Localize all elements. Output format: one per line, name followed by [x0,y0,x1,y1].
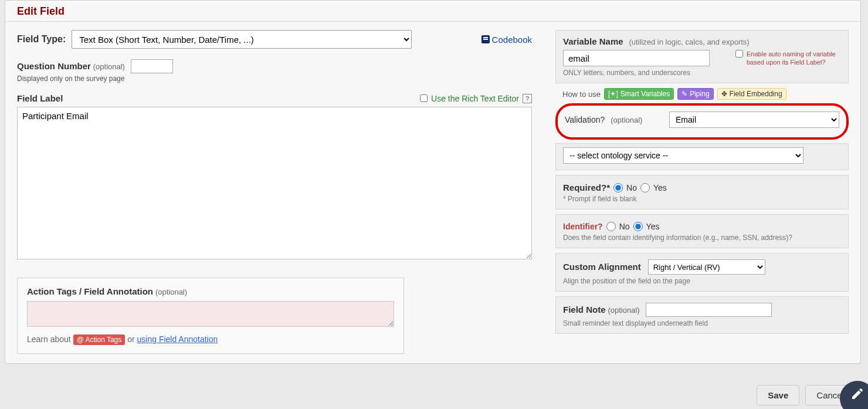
variable-name-title: Variable Name [563,36,623,46]
save-button[interactable]: Save [757,385,799,405]
identifier-yes-label: Yes [646,222,660,231]
validation-optional: (optional) [611,116,642,124]
field-note-panel: Field Note (optional) Small reminder tex… [555,296,849,334]
field-note-title: Field Note [563,305,606,315]
annotation-title: Action Tags / Field Annotation [27,286,153,296]
edit-field-dialog: Edit Field Field Type: Text Box (Short T… [5,0,861,364]
identifier-panel: Identifier? No Yes Does the field contai… [555,214,849,248]
required-title: Required?* [563,182,610,192]
validation-highlight: Validation? (optional) Email [555,103,849,140]
annotation-panel: Action Tags / Field Annotation (optional… [17,278,404,354]
required-yes-label: Yes [653,183,667,192]
alignment-select[interactable]: Right / Vertical (RV) [648,259,765,275]
rte-link[interactable]: Use the Rich Text Editor [431,94,519,103]
book-icon [482,35,490,43]
question-number-label: Question Number [17,61,91,71]
question-number-input[interactable] [131,59,173,73]
smart-variables-pill[interactable]: [✦] Smart Variables [604,88,674,100]
question-number-optional: (optional) [93,62,125,71]
ontology-select[interactable]: -- select ontology service -- [563,147,803,164]
field-note-input[interactable] [646,303,772,317]
field-note-hint: Small reminder text displayed underneath… [563,319,841,327]
required-no-radio[interactable] [613,183,623,192]
identifier-no-label: No [619,222,630,231]
annotation-optional: (optional) [155,288,187,296]
alignment-title: Custom Alignment [563,262,641,272]
field-type-select[interactable]: Text Box (Short Text, Number, Date/Time,… [72,30,412,49]
help-icon[interactable]: ? [523,94,532,103]
dialog-title: Edit Field [17,5,849,18]
auto-naming-text: Enable auto naming of variable based upo… [747,50,841,67]
identifier-no-radio[interactable] [606,222,616,231]
required-no-label: No [626,183,637,192]
howto-row: How to use [✦] Smart Variables ✎ Piping … [562,88,849,100]
validation-title: Validation? [565,115,605,124]
annotation-textarea[interactable] [27,301,394,327]
rte-checkbox[interactable] [420,94,428,102]
identifier-title: Identifier? [563,222,603,231]
variable-name-sub: (utilized in logic, calcs, and exports) [629,38,749,46]
field-label-textarea[interactable]: Participant Email [17,107,532,259]
required-panel: Required?* No Yes * Prompt if field is b… [555,175,849,209]
required-hint: * Prompt if field is blank [563,195,841,203]
required-yes-radio[interactable] [640,183,650,192]
howto-label: How to use [562,90,601,99]
alignment-panel: Custom Alignment Right / Vertical (RV) A… [555,253,849,292]
action-tags-button[interactable]: @ Action Tags [73,334,126,345]
variable-name-hint: ONLY letters, numbers, and underscores [563,69,841,77]
identifier-hint: Does the field contain identifying infor… [563,234,841,242]
variable-name-panel: Variable Name (utilized in logic, calcs,… [555,30,849,83]
field-embedding-pill[interactable]: ✥ Field Embedding [717,88,786,100]
codebook-link[interactable]: Codebook [482,35,532,45]
identifier-yes-radio[interactable] [633,222,643,231]
learn-about-text: Learn about [27,334,71,344]
auto-naming-checkbox[interactable] [735,50,743,58]
ontology-panel: -- select ontology service -- [555,143,849,170]
pencil-icon [850,387,864,401]
field-type-label: Field Type: [17,34,66,45]
validation-select[interactable]: Email [669,111,839,128]
variable-name-input[interactable] [563,50,710,66]
field-label-label: Field Label [17,93,420,103]
or-text: or [127,334,134,344]
piping-pill[interactable]: ✎ Piping [677,88,713,100]
question-number-sub: Displayed only on the survey page [17,75,532,83]
dialog-header: Edit Field [5,1,860,22]
alignment-hint: Align the position of the field on the p… [563,277,841,285]
using-annotation-link[interactable]: using Field Annotation [137,334,218,344]
field-note-optional: (optional) [608,306,639,315]
